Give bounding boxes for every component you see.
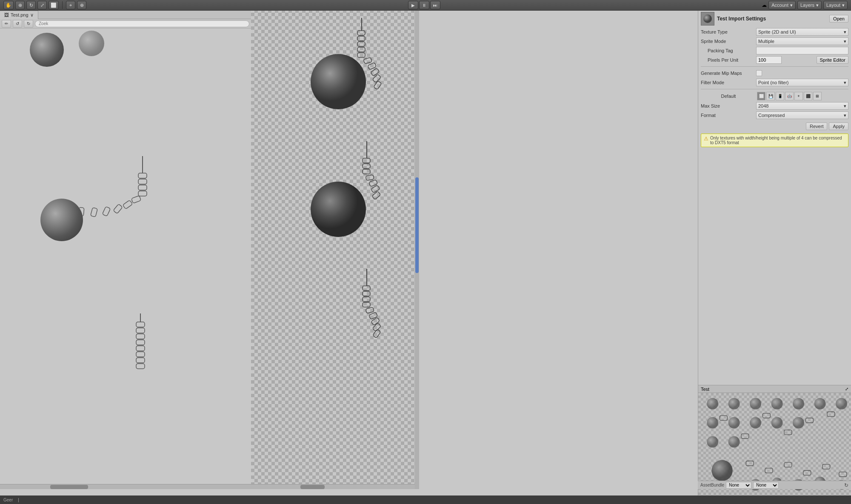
svg-rect-14: [136, 334, 145, 339]
svg-rect-66: [720, 416, 727, 420]
platform-icon-ps4[interactable]: ⬛: [804, 92, 812, 100]
svg-rect-4: [138, 191, 147, 196]
svg-rect-69: [784, 430, 792, 435]
svg-point-63: [793, 417, 804, 429]
platform-icon-xbox[interactable]: ⊞: [813, 92, 822, 100]
insp-pixels-label: Pixels Per Unit: [701, 57, 756, 63]
insp-max-size-dropdown[interactable]: 2048 ▾: [756, 102, 848, 110]
scene-hscroll[interactable]: [0, 484, 251, 489]
test-panel-header: Test ⤢: [698, 385, 851, 393]
platform-icon-default[interactable]: ⬜: [757, 92, 765, 100]
insp-pixels-input[interactable]: [756, 56, 782, 64]
preview-sprite: [272, 18, 391, 341]
step-button[interactable]: ⏭: [430, 1, 440, 9]
pause-button[interactable]: ⏸: [419, 1, 429, 9]
warning-box: ⚠ Only textures with width/height being …: [701, 134, 848, 147]
svg-point-56: [793, 398, 804, 410]
insp-format-chevron: ▾: [844, 113, 846, 118]
insp-filter-mode-chevron: ▾: [844, 80, 846, 85]
insp-sprite-icon: [701, 12, 714, 26]
rect-tool-btn[interactable]: ⬜: [49, 1, 59, 9]
file-tab-test-png[interactable]: 🖼 Test.png ∨: [0, 11, 38, 19]
scene-hscroll-thumb[interactable]: [50, 485, 88, 489]
svg-rect-34: [363, 164, 370, 168]
svg-rect-17: [136, 352, 145, 357]
cloud-icon[interactable]: ☁: [762, 2, 767, 8]
insp-packing-tag-label: Packing Tag: [701, 48, 756, 53]
play-button[interactable]: ▶: [408, 1, 418, 9]
svg-rect-7: [113, 204, 123, 214]
move-tool-btn[interactable]: ⊕: [15, 1, 25, 9]
insp-packing-tag-row: Packing Tag: [701, 47, 848, 54]
svg-rect-46: [366, 307, 374, 313]
insp-filter-mode-row: Filter Mode Point (no filter) ▾: [701, 79, 848, 86]
preview-vscrollbar[interactable]: [415, 9, 419, 489]
insp-revert-btn[interactable]: Revert: [806, 122, 827, 130]
platform-icon-pc[interactable]: 💾: [766, 92, 775, 100]
insp-sprite-mode-dropdown[interactable]: Multiple ▾: [756, 37, 848, 45]
layers-button[interactable]: Layers ▾: [797, 1, 822, 9]
play-controls: ▶ ⏸ ⏭: [408, 1, 440, 9]
insp-sprite-mode-label: Sprite Mode: [701, 39, 756, 44]
insp-title: Test Import Settings: [717, 16, 766, 22]
insp-filter-mode-dropdown[interactable]: Point (no filter) ▾: [756, 79, 848, 86]
insp-format-value: Compressed ▾: [756, 111, 848, 119]
asset-bundle-select-1[interactable]: None: [726, 482, 751, 489]
insp-mip-label: Generate Mip Maps: [701, 71, 756, 76]
asset-bundle-refresh-icon[interactable]: ↻: [844, 482, 848, 488]
insp-format-dropdown[interactable]: Compressed ▾: [756, 111, 848, 119]
preview-vscrollbar-thumb[interactable]: [415, 177, 419, 273]
inspector-content: Test Import Settings Open Texture Type S…: [698, 9, 851, 150]
insp-pixels-row: Pixels Per Unit Sprite Editor: [701, 56, 848, 64]
scale-tool-btn[interactable]: ⤢: [37, 1, 47, 9]
insp-max-size-label: Max Size: [701, 103, 756, 108]
preview-checker-bg: [251, 9, 415, 489]
svg-rect-45: [363, 302, 370, 307]
redo-btn[interactable]: ↻: [24, 20, 33, 28]
asset-bundle-select-2[interactable]: None: [753, 482, 779, 489]
global-btn[interactable]: ⊕: [77, 1, 86, 9]
transform-tool-btn[interactable]: ✋: [3, 1, 14, 9]
platform-icon-webgl[interactable]: +: [794, 92, 803, 100]
svg-rect-18: [136, 358, 145, 363]
test-panel-expand-btn[interactable]: ⤢: [845, 387, 848, 391]
insp-texture-type-dropdown[interactable]: Sprite (2D and UI) ▾: [756, 28, 848, 36]
insp-max-size-text: 2048: [758, 103, 768, 108]
file-tab-bar: 🖼 Test.png ∨: [0, 11, 251, 19]
insp-apply-btn[interactable]: Apply: [829, 122, 848, 130]
insp-texture-type-row: Texture Type Sprite (2D and UI) ▾: [701, 28, 848, 36]
rotate-tool-btn[interactable]: ↻: [26, 1, 36, 9]
warning-icon: ⚠: [704, 136, 708, 142]
insp-title-row: Test Import Settings Open: [701, 12, 848, 26]
undo-btn[interactable]: ↺: [13, 20, 22, 28]
svg-rect-43: [363, 291, 370, 296]
insp-texture-type-label: Texture Type: [701, 29, 756, 34]
layout-button[interactable]: Layout ▾: [823, 1, 848, 9]
insp-open-btn[interactable]: Open: [829, 15, 848, 23]
svg-rect-3: [138, 185, 147, 190]
insp-format-row: Format Compressed ▾: [701, 111, 848, 119]
insp-sprite-mode-row: Sprite Mode Multiple ▾: [701, 37, 848, 45]
svg-rect-16: [136, 346, 145, 351]
platform-icon-android[interactable]: 🤖: [785, 92, 794, 100]
preview-hscroll-thumb[interactable]: [300, 485, 325, 489]
preview-hscroll[interactable]: [251, 484, 415, 489]
svg-rect-73: [746, 461, 754, 466]
svg-rect-42: [363, 286, 370, 290]
svg-point-62: [771, 417, 783, 429]
pivot-btn[interactable]: ⌖: [66, 1, 75, 9]
insp-max-size-row: Max Size 2048 ▾: [701, 102, 848, 110]
scene-toolbar: ✏ ↺ ↻: [0, 19, 251, 28]
draw-tool-btn[interactable]: ✏: [2, 20, 11, 28]
asset-bundle-row: AssetBundle None None ↻: [698, 481, 851, 489]
test-panel-content: [698, 393, 851, 495]
svg-rect-74: [765, 468, 773, 473]
search-input[interactable]: [35, 20, 249, 27]
svg-point-54: [750, 398, 761, 410]
account-button[interactable]: Account ▾: [768, 1, 796, 9]
platform-icon-ios[interactable]: 📱: [776, 92, 784, 100]
svg-rect-77: [822, 464, 830, 469]
insp-packing-tag-input[interactable]: [756, 47, 848, 54]
insp-mip-checkbox[interactable]: [756, 70, 762, 76]
sprite-editor-btn[interactable]: Sprite Editor: [817, 56, 848, 64]
